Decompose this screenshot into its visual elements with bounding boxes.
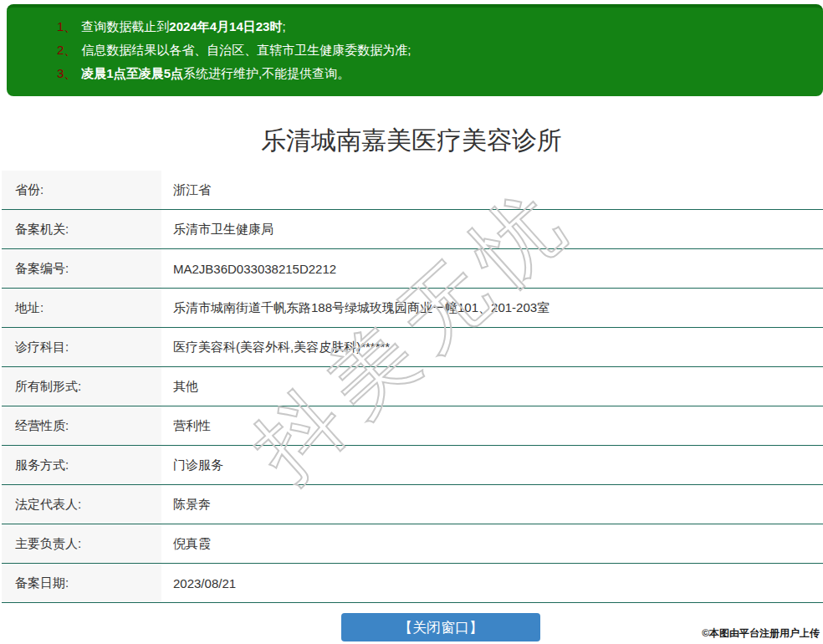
notice-text: 查询数据截止到 (81, 19, 169, 33)
table-row-principal-person: 主要负责人: 倪真霞 (2, 524, 823, 564)
copyright-stamp: ©本图由平台注册用户上传 (702, 626, 820, 641)
row-label: 备案机关: (2, 210, 161, 248)
table-row-treatment-subjects: 诊疗科目: 医疗美容科(美容外科,美容皮肤科)****** (2, 328, 823, 367)
row-value: 陈景奔 (161, 485, 211, 524)
row-value: 其他 (161, 367, 198, 406)
row-value: MA2JB36D033038215D2212 (161, 249, 336, 288)
row-label: 所有制形式: (2, 367, 161, 406)
notice-text: 信息数据结果以各省、自治区、直辖市卫生健康委数据为准; (81, 43, 411, 57)
notice-text: 系统进行维护,不能提供查询。 (183, 66, 350, 80)
row-value: 2023/08/21 (161, 564, 236, 602)
table-row-business-nature: 经营性质: 营利性 (2, 406, 823, 446)
notice-number: 3、 (57, 66, 76, 80)
row-label: 服务方式: (2, 446, 161, 484)
table-row-ownership-form: 所有制形式: 其他 (2, 367, 823, 406)
notice-line: 2、信息数据结果以各省、自治区、直辖市卫生健康委数据为准; (57, 38, 815, 62)
notice-line: 3、凌晨1点至凌晨5点系统进行维护,不能提供查询。 (57, 62, 815, 85)
notice-text: ; (282, 19, 285, 33)
row-label: 备案编号: (2, 249, 161, 288)
row-label: 地址: (2, 289, 161, 327)
notice-number: 1、 (57, 19, 76, 33)
table-row-province: 省份: 浙江省 (2, 171, 823, 210)
row-label: 省份: (2, 171, 161, 209)
table-row-registration-date: 备案日期: 2023/08/21 (2, 564, 823, 603)
row-value: 浙江省 (161, 171, 211, 209)
table-row-legal-representative: 法定代表人: 陈景奔 (2, 485, 823, 524)
notice-text-bold: 凌晨1点至凌晨5点 (81, 66, 183, 80)
notice-line: 1、查询数据截止到2024年4月14日23时; (57, 15, 815, 38)
row-value: 乐清市城南街道千帆东路188号绿城玫瑰园商业一幢101、201-203室 (161, 289, 550, 327)
close-window-button[interactable]: 【关闭窗口】 (341, 613, 540, 641)
row-label: 经营性质: (2, 406, 161, 445)
detail-table: 省份: 浙江省 备案机关: 乐清市卫生健康局 备案编号: MA2JB36D033… (2, 171, 823, 603)
table-row-address: 地址: 乐清市城南街道千帆东路188号绿城玫瑰园商业一幢101、201-203室 (2, 289, 823, 328)
row-label: 主要负责人: (2, 524, 161, 563)
row-label: 诊疗科目: (2, 328, 161, 366)
row-label: 备案日期: (2, 564, 161, 602)
row-value: 医疗美容科(美容外科,美容皮肤科)****** (161, 328, 390, 366)
table-row-registration-number: 备案编号: MA2JB36D033038215D2212 (2, 249, 823, 289)
table-row-service-mode: 服务方式: 门诊服务 (2, 446, 823, 485)
row-label: 法定代表人: (2, 485, 161, 524)
row-value: 乐清市卫生健康局 (161, 210, 273, 248)
table-row-registration-authority: 备案机关: 乐清市卫生健康局 (2, 210, 823, 249)
notice-number: 2、 (57, 43, 76, 57)
page-title: 乐清城南嘉美医疗美容诊所 (0, 124, 823, 158)
row-value: 门诊服务 (161, 446, 223, 484)
row-value: 倪真霞 (161, 524, 211, 563)
row-value: 营利性 (161, 406, 211, 445)
notice-text-bold: 2024年4月14日23时 (169, 19, 282, 33)
notice-banner: 1、查询数据截止到2024年4月14日23时; 2、信息数据结果以各省、自治区、… (7, 4, 823, 96)
